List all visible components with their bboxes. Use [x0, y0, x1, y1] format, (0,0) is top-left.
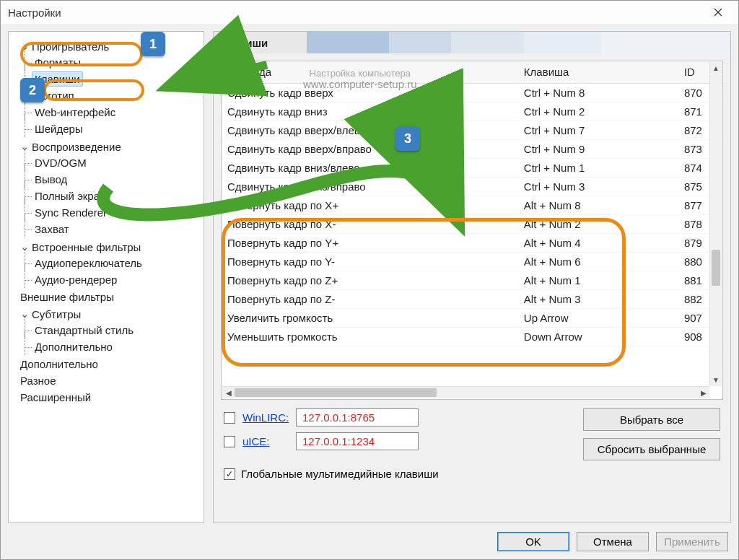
cell-key: Alt + Num 3 — [518, 289, 678, 308]
table-row[interactable]: Повернуть кадр по X-Alt + Num 2878 — [222, 214, 722, 233]
tree-item-formats[interactable]: Форматы — [32, 55, 84, 70]
cell-key: Ctrl + Num 2 — [518, 102, 678, 121]
tree-item-advanced[interactable]: Расширенный — [17, 390, 94, 405]
tree-item-shaders[interactable]: Шейдеры — [32, 121, 86, 136]
cell-command: Уменьшить громкость — [222, 327, 518, 346]
cell-command: Сдвинуть кадр вверх — [222, 83, 518, 102]
tree-item-audio-switcher[interactable]: Аудиопереключатель — [32, 255, 145, 271]
cell-command: Повернуть кадр по Z- — [222, 289, 518, 308]
col-key[interactable]: Клавиша — [518, 61, 678, 83]
scroll-right-icon[interactable]: ▶ — [697, 387, 709, 399]
tree-item-sub-misc[interactable]: Дополнительно — [32, 339, 115, 354]
cell-key: Down Arrow — [518, 327, 678, 346]
titlebar: Настройки — [1, 1, 738, 24]
keys-grid[interactable]: Команда Клавиша ID Сдвинуть кадр вверхCt… — [221, 61, 723, 400]
tree-item-output[interactable]: Вывод — [32, 172, 70, 187]
vertical-scrollbar[interactable]: ▲ ▼ — [709, 62, 722, 386]
table-row[interactable]: Увеличить громкостьUp Arrow907 — [222, 308, 722, 327]
tree-item-web[interactable]: Web-интерфейс — [32, 105, 118, 120]
table-row[interactable]: Уменьшить громкостьDown Arrow908 — [222, 327, 722, 346]
cell-key: Ctrl + Num 9 — [518, 139, 678, 158]
tree-item-subtitles[interactable]: ⌄ Субтитры — [17, 306, 84, 322]
cell-command: Сдвинуть кадр вверх/влево — [222, 121, 518, 139]
settings-dialog: Настройки ⌄ Проигрыватель Форматы Клавиш… — [0, 0, 739, 560]
tree-item-misc[interactable]: Дополнительно — [17, 356, 101, 372]
tree-item-player[interactable]: ⌄ Проигрыватель — [17, 38, 112, 54]
keys-panel: Клавиши Команда Клавиша ID Сдвинуть кадр… — [213, 31, 731, 523]
tree-item-fullscreen[interactable]: Полный экран — [32, 188, 108, 204]
cell-command: Сдвинуть кадр вверх/вправо — [222, 139, 518, 158]
table-row[interactable]: Повернуть кадр по Y+Alt + Num 4879 — [222, 233, 722, 252]
cell-command: Повернуть кадр по X- — [222, 214, 518, 233]
dialog-button-bar: OK Отмена Применить — [1, 523, 738, 559]
ok-button[interactable]: OK — [497, 532, 569, 551]
tree-item-capture[interactable]: Захват — [32, 222, 72, 237]
table-row[interactable]: Сдвинуть кадр внизCtrl + Num 2871 — [222, 102, 722, 121]
cell-key: Ctrl + Num 7 — [518, 121, 678, 139]
cell-command: Сдвинуть кадр вниз/вправо — [222, 177, 518, 196]
uice-link[interactable]: uICE: — [242, 435, 289, 447]
cell-command: Повернуть кадр по Y+ — [222, 233, 518, 252]
table-row[interactable]: Сдвинуть кадр вверх/влевоCtrl + Num 7872 — [222, 121, 722, 139]
tree-item-audio-renderer[interactable]: Аудио-рендерер — [32, 272, 120, 287]
close-button[interactable] — [704, 2, 733, 22]
apply-button[interactable]: Применить — [656, 532, 728, 551]
cell-key: Ctrl + Num 8 — [518, 83, 678, 102]
winlirc-checkbox[interactable] — [224, 412, 235, 424]
select-all-button[interactable]: Выбрать все — [583, 408, 720, 431]
scroll-left-icon[interactable]: ◀ — [222, 387, 235, 399]
cancel-button[interactable]: Отмена — [577, 532, 649, 551]
scroll-thumb[interactable] — [235, 388, 437, 397]
cell-command: Увеличить громкость — [222, 308, 518, 327]
scroll-up-icon[interactable]: ▲ — [710, 62, 722, 74]
table-row[interactable]: Повернуть кадр по Y-Alt + Num 6880 — [222, 252, 722, 271]
scroll-thumb[interactable] — [712, 250, 720, 286]
cell-command: Сдвинуть кадр вниз/влево — [222, 158, 518, 177]
tree-item-playback[interactable]: ⌄ Воспроизведение — [17, 139, 124, 154]
reset-selected-button[interactable]: Сбросить выбранные — [583, 438, 720, 460]
table-row[interactable]: Сдвинуть кадр вниз/влевоCtrl + Num 1874 — [222, 158, 722, 177]
cell-command: Сдвинуть кадр вниз — [222, 102, 518, 121]
tree-item-keys[interactable]: Клавиши — [32, 71, 83, 87]
table-row[interactable]: Сдвинуть кадр вверхCtrl + Num 8870 — [222, 83, 722, 102]
cell-key: Up Arrow — [518, 308, 678, 327]
uice-address-input[interactable]: 127.0.0.1:1234 — [296, 432, 419, 450]
cell-key: Alt + Num 2 — [518, 214, 678, 233]
scroll-down-icon[interactable]: ▼ — [710, 374, 722, 386]
cell-command: Повернуть кадр по Y- — [222, 252, 518, 271]
cell-key: Alt + Num 8 — [518, 196, 678, 214]
cell-key: Alt + Num 6 — [518, 252, 678, 271]
window-title: Настройки — [8, 6, 704, 19]
cell-key: Ctrl + Num 1 — [518, 158, 678, 177]
cell-key: Alt + Num 4 — [518, 233, 678, 252]
tree-item-external-filters[interactable]: Внешние фильтры — [17, 289, 117, 305]
nav-tree[interactable]: ⌄ Проигрыватель Форматы Клавиши Логотип … — [8, 31, 204, 523]
winlirc-row: WinLIRC: 127.0.0.1:8765 — [224, 408, 419, 426]
horizontal-scrollbar[interactable]: ◀ ▶ — [222, 386, 709, 398]
cell-command: Повернуть кадр по X+ — [222, 196, 518, 214]
close-icon — [714, 8, 722, 17]
cell-key: Alt + Num 1 — [518, 271, 678, 289]
table-row[interactable]: Повернуть кадр по X+Alt + Num 8877 — [222, 196, 722, 214]
tree-label: Проигрыватель — [32, 40, 109, 53]
table-row[interactable]: Повернуть кадр по Z+Alt + Num 1881 — [222, 271, 722, 289]
uice-checkbox[interactable] — [224, 436, 235, 447]
winlirc-address-input[interactable]: 127.0.0.1:8765 — [296, 408, 419, 426]
tree-item-sub-default[interactable]: Стандартный стиль — [32, 323, 136, 338]
cell-key: Ctrl + Num 3 — [518, 177, 678, 196]
table-row[interactable]: Повернуть кадр по Z-Alt + Num 3882 — [222, 289, 722, 308]
tree-item-tweaks[interactable]: Разное — [17, 373, 59, 388]
col-command[interactable]: Команда — [222, 61, 518, 83]
table-row[interactable]: Сдвинуть кадр вверх/вправоCtrl + Num 987… — [222, 139, 722, 158]
tree-item-syncrenderer[interactable]: Sync Renderer — [32, 205, 110, 220]
global-media-keys-checkbox[interactable]: ✓ — [224, 468, 235, 480]
global-media-keys-label: Глобальные мультимедийные клавиши — [241, 468, 439, 480]
table-row[interactable]: Сдвинуть кадр вниз/вправоCtrl + Num 3875 — [222, 177, 722, 196]
tree-item-dvd[interactable]: DVD/OGM — [32, 155, 89, 170]
cell-command: Повернуть кадр по Z+ — [222, 271, 518, 289]
tree-item-logo[interactable]: Логотип — [32, 88, 77, 103]
winlirc-link[interactable]: WinLIRC: — [242, 411, 289, 424]
tree-item-internal-filters[interactable]: ⌄ Встроенные фильтры — [17, 239, 144, 255]
grid-header-row: Команда Клавиша ID — [222, 61, 722, 83]
section-header: Клавиши — [214, 32, 730, 53]
